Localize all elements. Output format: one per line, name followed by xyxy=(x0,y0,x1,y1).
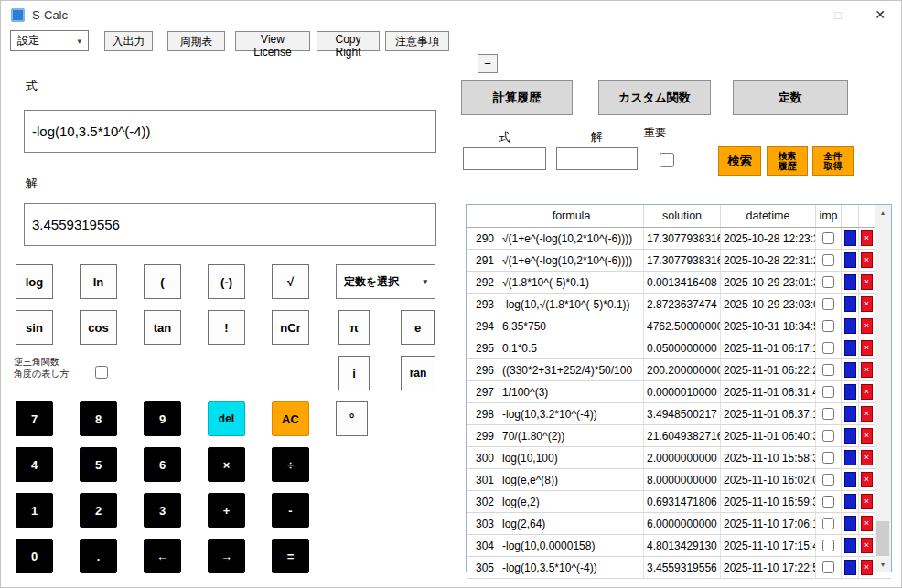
key-6[interactable]: 6 xyxy=(144,447,181,482)
row-load-button[interactable] xyxy=(844,252,856,268)
key-del[interactable]: del xyxy=(208,401,245,436)
important-checkbox[interactable] xyxy=(822,386,834,398)
minimize-button[interactable]: — xyxy=(775,1,817,28)
row-load-button[interactable] xyxy=(844,274,856,290)
periodic-table-button[interactable]: 周期表 xyxy=(167,31,225,51)
row-delete-button[interactable]: × xyxy=(861,472,873,487)
row-delete-button[interactable]: × xyxy=(861,450,873,465)
solution-output[interactable] xyxy=(24,203,436,246)
key-ac[interactable]: AC xyxy=(272,401,309,436)
row-load-button[interactable] xyxy=(844,318,856,334)
key-open-paren[interactable]: ( xyxy=(144,264,181,299)
search-history-button[interactable]: 検索 履歴 xyxy=(767,146,808,176)
row-delete-button[interactable]: × xyxy=(861,384,873,400)
row-load-button[interactable] xyxy=(844,296,856,312)
row-delete-button[interactable]: × xyxy=(861,494,873,509)
row-load-button[interactable] xyxy=(844,428,856,444)
scrollbar-thumb[interactable] xyxy=(876,521,889,556)
key-multiply[interactable]: × xyxy=(208,447,245,482)
maximize-button[interactable]: □ xyxy=(817,1,859,28)
key-log[interactable]: log xyxy=(16,264,53,299)
key-1[interactable]: 1 xyxy=(16,493,53,528)
row-delete-button[interactable]: × xyxy=(861,516,873,531)
important-checkbox[interactable] xyxy=(822,320,834,332)
constant-select[interactable]: 定数を選択 ▾ xyxy=(336,264,435,299)
important-checkbox[interactable] xyxy=(822,342,834,354)
key-7[interactable]: 7 xyxy=(16,401,53,436)
key-equals[interactable]: = xyxy=(272,539,309,573)
row-delete-button[interactable]: × xyxy=(861,252,873,268)
important-checkbox[interactable] xyxy=(822,430,834,442)
row-load-button[interactable] xyxy=(844,340,856,356)
io-button[interactable]: 入出力 xyxy=(104,31,153,51)
row-delete-button[interactable]: × xyxy=(861,318,873,334)
scroll-down-icon[interactable]: ▾ xyxy=(875,557,890,572)
row-load-button[interactable] xyxy=(844,384,856,400)
key-cos[interactable]: cos xyxy=(80,310,117,345)
important-checkbox[interactable] xyxy=(822,540,834,551)
row-load-button[interactable] xyxy=(844,406,856,422)
row-delete-button[interactable]: × xyxy=(861,406,873,422)
important-checkbox[interactable] xyxy=(822,561,834,573)
key-right-arrow[interactable]: → xyxy=(208,539,245,573)
key-3[interactable]: 3 xyxy=(144,493,181,528)
search-important-checkbox[interactable] xyxy=(660,153,674,167)
copyright-button[interactable]: Copy Right xyxy=(317,31,380,51)
custom-function-button[interactable]: カスタム関数 xyxy=(598,80,711,115)
row-load-button[interactable] xyxy=(844,450,856,465)
important-checkbox[interactable] xyxy=(822,496,834,508)
key-pi[interactable]: π xyxy=(338,310,370,345)
row-load-button[interactable] xyxy=(844,362,856,378)
view-license-button[interactable]: View License xyxy=(235,31,310,51)
column-header-imp[interactable]: imp xyxy=(816,205,842,227)
grid-scrollbar[interactable]: ▴ ▾ xyxy=(875,205,891,572)
search-button[interactable]: 検索 xyxy=(718,146,761,176)
key-plus[interactable]: + xyxy=(208,493,245,528)
row-delete-button[interactable]: × xyxy=(861,362,873,378)
important-checkbox[interactable] xyxy=(822,408,834,420)
scroll-up-icon[interactable]: ▴ xyxy=(875,205,890,219)
important-checkbox[interactable] xyxy=(822,276,834,288)
key-degree[interactable]: ° xyxy=(336,401,368,436)
row-delete-button[interactable]: × xyxy=(861,230,873,246)
row-load-button[interactable] xyxy=(844,494,856,509)
key-left-arrow[interactable]: ← xyxy=(144,539,181,573)
row-load-button[interactable] xyxy=(844,472,856,487)
key-5[interactable]: 5 xyxy=(80,447,117,482)
row-load-button[interactable] xyxy=(844,560,856,575)
collapse-button[interactable]: − xyxy=(478,54,498,73)
key-4[interactable]: 4 xyxy=(16,447,53,482)
key-ln[interactable]: ln xyxy=(80,264,117,299)
important-checkbox[interactable] xyxy=(822,364,834,376)
key-2[interactable]: 2 xyxy=(80,493,117,528)
row-load-button[interactable] xyxy=(844,538,856,553)
key-ran[interactable]: ran xyxy=(401,356,435,390)
row-load-button[interactable] xyxy=(844,516,856,531)
key-sqrt[interactable]: √ xyxy=(272,264,309,299)
important-checkbox[interactable] xyxy=(822,518,834,529)
search-solution-input[interactable] xyxy=(556,147,638,170)
row-delete-button[interactable]: × xyxy=(861,274,873,290)
settings-select[interactable]: 設定 ▾ xyxy=(10,30,89,51)
row-delete-button[interactable]: × xyxy=(861,560,873,575)
row-load-button[interactable] xyxy=(844,230,856,246)
key-negate[interactable]: (-) xyxy=(208,264,245,299)
important-checkbox[interactable] xyxy=(822,254,834,266)
column-header-solution[interactable]: solution xyxy=(644,205,721,227)
row-delete-button[interactable]: × xyxy=(861,296,873,312)
key-e[interactable]: e xyxy=(401,310,435,345)
important-checkbox[interactable] xyxy=(822,298,834,310)
key-8[interactable]: 8 xyxy=(80,401,117,436)
fetch-all-button[interactable]: 全件 取得 xyxy=(812,146,854,176)
key-9[interactable]: 9 xyxy=(144,401,181,436)
key-ncr[interactable]: nCr xyxy=(272,310,309,345)
row-delete-button[interactable]: × xyxy=(861,538,873,553)
key-divide[interactable]: ÷ xyxy=(272,447,309,482)
close-button[interactable]: ✕ xyxy=(859,1,901,28)
key-minus[interactable]: - xyxy=(272,493,309,528)
constants-button[interactable]: 定数 xyxy=(733,80,848,115)
row-delete-button[interactable]: × xyxy=(861,428,873,444)
important-checkbox[interactable] xyxy=(822,474,834,486)
column-header-formula[interactable]: formula xyxy=(499,205,644,227)
key-0[interactable]: 0 xyxy=(16,539,53,573)
